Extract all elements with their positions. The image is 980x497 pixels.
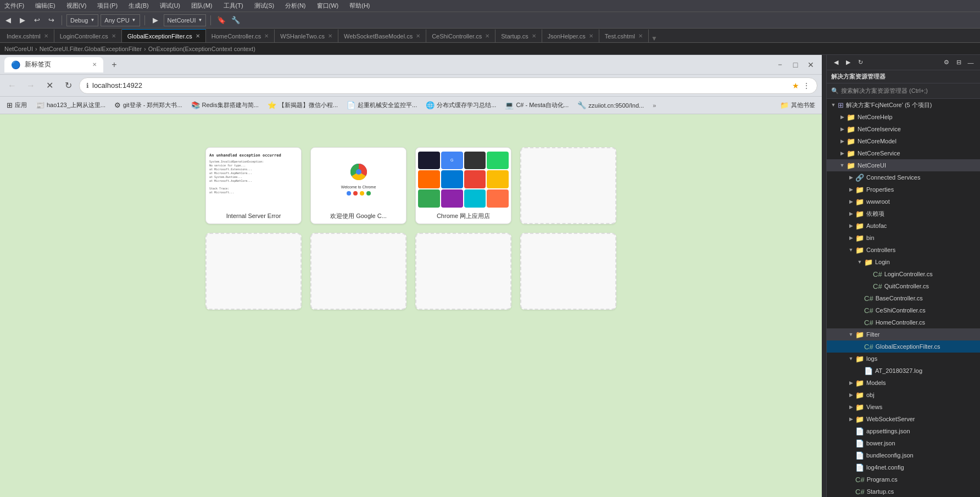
thumbnail-appstore[interactable]: G [415, 147, 511, 224]
bookmark-redis[interactable]: 📚 Redis集群搭建与简... [189, 100, 261, 110]
config-dropdown[interactable]: Debug ▼ [66, 14, 98, 26]
tree-netcoreui[interactable]: ▼ 📁 NetCoreUI [827, 159, 980, 171]
tools-btn[interactable]: 🔧 [230, 14, 242, 26]
tree-homecontroller[interactable]: ▶ C# HomeController.cs [827, 316, 980, 328]
tree-filter[interactable]: ▼ 📁 Filter [827, 328, 980, 340]
thumbnail-empty-5[interactable] [520, 233, 616, 310]
bookmark-distributed[interactable]: 🌐 分布式缓存学习总结... [424, 100, 498, 110]
tab-logincontroller-close[interactable]: ✕ [112, 33, 116, 39]
tab-homecontroller-close[interactable]: ✕ [264, 33, 269, 39]
tab-index[interactable]: Index.cshtml ✕ [1, 29, 54, 42]
chrome-tab[interactable]: 🔵 新标签页 ✕ [4, 57, 103, 72]
tab-websocket-close[interactable]: ✕ [416, 33, 420, 39]
tree-models[interactable]: ▶ 📁 Models [827, 377, 980, 389]
tab-ceshi-close[interactable]: ✕ [485, 33, 489, 39]
tree-controllers[interactable]: ▼ 📁 Controllers [827, 244, 980, 256]
bookmark-others[interactable]: 📁 其他书签 [778, 100, 817, 110]
menu-build[interactable]: 生成(B) [126, 1, 151, 11]
tree-basecontroller[interactable]: ▶ C# BaseController.cs [827, 292, 980, 304]
tree-obj[interactable]: ▶ 📁 obj [827, 389, 980, 401]
tree-quitcontroller[interactable]: ▶ C# QuitController.cs [827, 280, 980, 292]
tab-testcshtml[interactable]: Test.cshtml ✕ [599, 29, 649, 42]
tab-testcshtml-close[interactable]: ✕ [638, 33, 643, 39]
tree-globalexceptionfilter[interactable]: ▶ C# GlobalExceptionFilter.cs [827, 340, 980, 353]
chrome-back[interactable]: ← [4, 78, 20, 93]
tab-logincontroller[interactable]: LoginController.cs ✕ [54, 29, 122, 42]
thumbnail-empty-4[interactable] [415, 233, 511, 310]
forward-btn[interactable]: ▶ [16, 14, 29, 26]
tab-startup-close[interactable]: ✕ [532, 33, 536, 39]
bookmark-apps[interactable]: ⊞ 应用 [4, 100, 29, 110]
project-dropdown[interactable]: NetCoreUI ▼ [164, 14, 207, 26]
menu-team[interactable]: 团队(M) [189, 1, 215, 11]
tree-ceshicontroller[interactable]: ▶ C# CeShiController.cs [827, 304, 980, 316]
tree-properties[interactable]: ▶ 📁 Properties [827, 183, 980, 196]
menu-debug[interactable]: 调试(U) [158, 1, 182, 11]
menu-tools[interactable]: 工具(T) [221, 1, 246, 11]
menu-edit[interactable]: 编辑(E) [33, 1, 58, 11]
bookmark-csharp[interactable]: 💻 C# - Mesta自动化... [503, 100, 571, 110]
thumbnail-welcome[interactable]: Welcome to Chrome 欢迎使用 Google C... [310, 147, 407, 224]
menu-file[interactable]: 文件(F) [2, 1, 26, 11]
tab-globalexception-close[interactable]: ✕ [196, 33, 200, 39]
chrome-minimize[interactable]: － [773, 58, 787, 71]
tab-jsonhelper-close[interactable]: ✕ [589, 33, 593, 39]
sidebar-back-btn[interactable]: ◀ [831, 58, 841, 68]
thumbnail-empty-2[interactable] [205, 233, 302, 310]
tree-logfile[interactable]: ▶ 📄 AT_20180327.log [827, 365, 980, 377]
tree-autofac[interactable]: ▶ 📁 Autofac [827, 220, 980, 232]
tree-connectedservices[interactable]: ▶ 🔗 Connected Services [827, 171, 980, 183]
tree-logincontroller[interactable]: ▶ C# LoginController.cs [827, 268, 980, 280]
sidebar-forward-btn[interactable]: ▶ [843, 58, 853, 68]
tree-logs[interactable]: ▼ 📁 logs [827, 353, 980, 365]
tree-program[interactable]: ▶ C# Program.cs [827, 473, 980, 485]
tab-wshanle-close[interactable]: ✕ [328, 33, 332, 39]
sidebar-settings-btn[interactable]: ⚙ [942, 58, 951, 68]
tree-bower[interactable]: ▶ 📄 bower.json [827, 437, 980, 449]
tab-homecontroller[interactable]: HomeController.cs ✕ [206, 29, 275, 42]
menu-project[interactable]: 项目(P) [95, 1, 120, 11]
bookmark-hao123[interactable]: 📰 hao123_上网从这里... [34, 100, 108, 110]
tree-appsettings[interactable]: ▶ 📄 appsettings.json [827, 425, 980, 437]
tabs-overflow[interactable]: ▼ [649, 35, 660, 42]
thumbnail-error[interactable]: An unhandled exception occurred System.I… [205, 147, 302, 224]
chrome-address-bar[interactable]: ℹ localhost:14922 ★ ⋮ [79, 77, 817, 94]
tree-log4net[interactable]: ▶ 📄 log4net.config [827, 461, 980, 473]
tree-netcoreservice[interactable]: ▶ 📁 NetCoreService [827, 147, 980, 159]
tree-netcoreiservice[interactable]: ▶ 📁 NetCoreIservice [827, 123, 980, 135]
tree-netcorehelp[interactable]: ▶ 📁 NetCoreHelp [827, 111, 980, 123]
chrome-tab-close[interactable]: ✕ [92, 62, 97, 68]
tree-login-folder[interactable]: ▼ 📁 Login [827, 256, 980, 268]
bookmark-btn[interactable]: 🔖 [215, 14, 227, 26]
redo-btn[interactable]: ↪ [45, 14, 57, 26]
tab-ceshi[interactable]: CeShiController.cs ✕ [426, 29, 495, 42]
tree-dependencies[interactable]: ▶ 📁 依赖项 [827, 208, 980, 220]
tab-wshanle[interactable]: WSHanleTwo.cs ✕ [275, 29, 338, 42]
chrome-stop[interactable]: ✕ [42, 78, 57, 93]
chrome-maximize[interactable]: □ [789, 58, 802, 71]
menu-analyze[interactable]: 分析(N) [283, 1, 308, 11]
tab-index-close[interactable]: ✕ [44, 33, 48, 39]
bookmark-wechat[interactable]: ⭐ 【新揭题】微信小程... [265, 100, 340, 110]
sidebar-refresh-btn[interactable]: ↻ [855, 58, 865, 68]
start-btn[interactable]: ▶ [149, 14, 162, 26]
tree-solution[interactable]: ▼ ⊞ 解决方案'FcjNetCore' (5 个项目) [827, 99, 980, 111]
gutter-vertical[interactable] [822, 55, 826, 497]
chrome-newtab[interactable]: + [107, 57, 122, 72]
tree-bin[interactable]: ▶ 📁 bin [827, 232, 980, 244]
thumbnail-empty-1[interactable] [520, 147, 616, 224]
tree-websocketserver[interactable]: ▶ 📁 WebSocketServer [827, 413, 980, 425]
tree-startup-file[interactable]: ▶ C# Startup.cs [827, 485, 980, 497]
bookmark-star-icon[interactable]: ★ [792, 81, 799, 90]
sidebar-filter-btn[interactable]: ⊟ [954, 58, 964, 68]
tab-startup[interactable]: Startup.cs ✕ [495, 29, 542, 42]
pathbar-namespace[interactable]: NetCoreUI.Filter.GlobalExceptionFilter [40, 46, 142, 52]
tree-wwwroot[interactable]: ▶ 📁 wwwroot [827, 196, 980, 208]
menu-test[interactable]: 测试(S) [252, 1, 277, 11]
address-menu-icon[interactable]: ⋮ [803, 81, 810, 90]
back-btn[interactable]: ◀ [2, 14, 14, 26]
tab-jsonhelper[interactable]: JsonHelper.cs ✕ [542, 29, 599, 42]
bookmark-git[interactable]: ⚙ git登录 - 郑州郑大书... [112, 100, 185, 110]
undo-btn[interactable]: ↩ [31, 14, 43, 26]
menu-view[interactable]: 视图(V) [64, 1, 89, 11]
